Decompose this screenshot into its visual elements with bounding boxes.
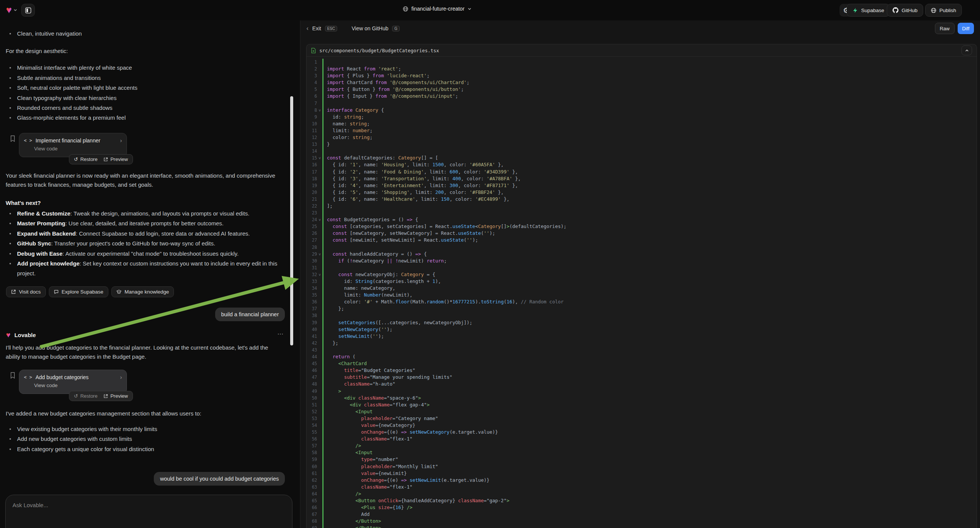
version-card-add-budget-categories[interactable]: < > Add budget categories › View code xyxy=(19,370,127,394)
diff-tab[interactable]: Diff xyxy=(958,23,974,34)
tip-text: Expand with Backend: Connect Supabase to… xyxy=(17,229,250,239)
fold-toggle xyxy=(317,374,322,381)
bullet-dot xyxy=(10,233,11,234)
line-number: 65 xyxy=(307,497,317,504)
fold-toggle xyxy=(317,196,322,203)
line-number: 28 xyxy=(307,244,317,251)
preview-button[interactable]: Preview xyxy=(103,393,128,399)
code-line: 53 placeholder="Category name" xyxy=(307,415,977,422)
design-bullet-scrolled: Clean, intuitive navigation xyxy=(6,29,277,39)
code-line: 33 id: String(categories.length + 1), xyxy=(307,278,977,285)
publish-button[interactable]: Publish xyxy=(925,4,962,17)
github-button[interactable]: GitHub xyxy=(887,4,923,17)
user-message-text: build a financial planner xyxy=(221,311,279,317)
bullet-dot xyxy=(10,448,11,450)
explore-supabase-button[interactable]: Explore Supabase xyxy=(49,286,108,297)
bullet-dot xyxy=(10,213,11,215)
code-text xyxy=(322,264,977,271)
code-line: 69 </Button> xyxy=(307,525,977,528)
project-name: financial-future-creator xyxy=(411,6,465,12)
code-text: id: string; xyxy=(322,114,977,121)
view-code-link[interactable]: View code xyxy=(34,383,122,388)
view-on-github-button[interactable]: View on GitHub xyxy=(352,25,388,32)
bullet-dot xyxy=(10,223,11,224)
chat-panel: Clean, intuitive navigation For the desi… xyxy=(0,21,295,528)
restore-label: Restore xyxy=(80,156,98,162)
line-number: 15 xyxy=(307,154,317,161)
fold-toggle xyxy=(317,141,322,148)
code-text: setNewLimit(''); xyxy=(322,333,977,340)
design-heading: For the design aesthetic: xyxy=(6,46,277,56)
visit-docs-button[interactable]: Visit docs xyxy=(6,286,46,297)
manage-knowledge-button[interactable]: Manage knowledge xyxy=(111,286,174,297)
code-line: 66 <Plus size={16} /> xyxy=(307,504,977,511)
code-line: 25 const [categories, setCategories] = R… xyxy=(307,223,977,230)
fold-toggle xyxy=(317,497,322,504)
line-number: 7 xyxy=(307,100,317,107)
view-code-link[interactable]: View code xyxy=(34,146,122,151)
fold-toggle[interactable]: v xyxy=(317,271,322,278)
fold-toggle[interactable]: v xyxy=(317,154,322,161)
line-number: 41 xyxy=(307,333,317,340)
version-card-implement-financial-planner[interactable]: < > Implement financial planner › View c… xyxy=(19,133,127,157)
fold-toggle xyxy=(317,100,322,107)
project-switcher[interactable]: financial-future-creator xyxy=(402,6,472,12)
fold-toggle xyxy=(317,442,322,449)
code-text xyxy=(322,148,977,154)
lovable-logo-menu[interactable]: ♥ xyxy=(6,5,18,15)
file-header[interactable]: src/components/budget/BudgetCategories.t… xyxy=(307,44,977,57)
code-line: 57 /> xyxy=(307,442,977,449)
code-editor[interactable]: 1 2import React from 'react';3import { P… xyxy=(307,57,977,528)
tip-text: Add project knowledge: Set key context o… xyxy=(17,259,279,279)
code-text: }; xyxy=(322,305,977,312)
exit-button[interactable]: Exit xyxy=(312,25,321,32)
preview-button[interactable]: Preview xyxy=(103,156,128,162)
sidebar-toggle-button[interactable] xyxy=(21,4,35,17)
restore-button[interactable]: ↺Restore xyxy=(74,156,97,162)
restore-preview-toolbar: ↺Restore Preview xyxy=(69,391,133,401)
code-line: 50 <div className="space-y-6"> xyxy=(307,395,977,401)
chat-scrollbar[interactable] xyxy=(290,96,293,345)
chat-scroll-area[interactable]: Clean, intuitive navigation For the desi… xyxy=(6,29,277,123)
code-line: 51 <div className="flex gap-4"> xyxy=(307,401,977,408)
fold-toggle[interactable]: v xyxy=(317,251,322,258)
line-number: 57 xyxy=(307,442,317,449)
line-number: 6 xyxy=(307,93,317,100)
fold-toggle xyxy=(317,161,322,168)
chat-input[interactable] xyxy=(13,502,258,508)
bookmark-icon[interactable] xyxy=(10,372,16,379)
code-text: title="Budget Categories" xyxy=(322,367,977,374)
fold-toggle xyxy=(317,258,322,264)
line-number: 23 xyxy=(307,210,317,216)
esc-key-badge: ESC xyxy=(325,26,337,32)
raw-tab[interactable]: Raw xyxy=(935,23,955,34)
tip-text: Master Prompting: Use clear, detailed, a… xyxy=(17,219,223,228)
code-text: placeholder="Category name" xyxy=(322,415,977,422)
code-text: setCategories([...categories, newCategor… xyxy=(322,319,977,326)
message-menu-button[interactable]: ⋯ xyxy=(277,330,284,337)
code-line: 56 className="flex-1" xyxy=(307,436,977,442)
code-text: onChange={(e) => setNewLimit(e.target.va… xyxy=(322,477,977,484)
line-number: 46 xyxy=(307,367,317,374)
list-item: Clean typography with clear hierarchies xyxy=(6,93,277,103)
code-line: 46 title="Budget Categories" xyxy=(307,367,977,374)
code-line: 61 value={newLimit} xyxy=(307,470,977,477)
bullet-dot xyxy=(10,107,11,109)
g-key-badge: G xyxy=(392,26,400,32)
external-link-icon xyxy=(103,157,108,162)
list-item: Glass-morphic elements for a premium fee… xyxy=(6,113,277,123)
code-line: 3import { Plus } from 'lucide-react'; xyxy=(307,72,977,79)
code-line: 64 /> xyxy=(307,490,977,497)
fold-toggle xyxy=(317,312,322,319)
collapse-button[interactable] xyxy=(961,45,972,55)
tip-item: Add project knowledge: Set key context o… xyxy=(6,259,279,279)
bookmark-icon[interactable] xyxy=(10,135,16,142)
fold-toggle xyxy=(317,353,322,360)
ellipsis-icon: ⋯ xyxy=(277,331,284,337)
restore-button[interactable]: ↺Restore xyxy=(74,393,97,399)
chevron-left-icon[interactable]: ‹ xyxy=(307,25,309,32)
supabase-button[interactable]: Supabase xyxy=(846,4,890,17)
fold-toggle[interactable]: v xyxy=(317,107,322,114)
fold-toggle[interactable]: v xyxy=(317,216,322,223)
line-number: 17 xyxy=(307,169,317,175)
